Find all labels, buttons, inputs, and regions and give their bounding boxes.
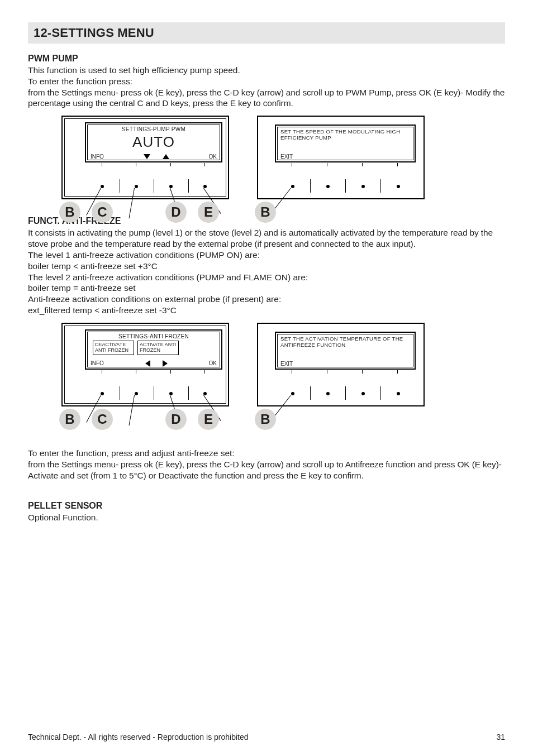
callout-c: C <box>92 409 113 430</box>
af-text-2: The level 1 anti-freeze activation condi… <box>28 250 505 261</box>
hw-button[interactable] <box>361 392 365 395</box>
letter-callouts: B <box>255 202 276 223</box>
button-row <box>275 185 416 188</box>
info-frame: SET THE ACTIVATION TEMPERATURE OF THE AN… <box>257 323 425 406</box>
info-frame: SET THE SPEED OF THE MODULATING HIGH EFF… <box>257 116 425 199</box>
device-frame: SETTINGS-PUMP PWM AUTO INFO OK <box>61 116 229 199</box>
callout-b: B <box>255 409 276 430</box>
arrow-down-icon <box>144 154 150 159</box>
hw-button-b[interactable] <box>291 392 294 395</box>
screen-options: DEACTIVATE ANTI FROZEN ACTIVATE ANTI FRO… <box>93 341 215 355</box>
screen-title: SETTINGS-PUMP PWM <box>86 126 221 132</box>
button-row <box>85 392 222 395</box>
ok-label: OK <box>209 154 217 160</box>
callout-c: C <box>92 202 113 223</box>
arrow-up-icon <box>163 154 169 159</box>
callout-e: E <box>198 409 219 430</box>
arrow-right-icon <box>163 360 168 367</box>
af-text-4: The level 2 anti-freeze activation condi… <box>28 272 505 283</box>
hw-button[interactable] <box>326 185 330 188</box>
af-text-5: boiler temp = anti-freeze set <box>28 283 505 294</box>
letter-callouts: B C D E <box>59 202 219 223</box>
hw-button-e[interactable] <box>203 392 207 395</box>
info-message: SET THE SPEED OF THE MODULATING HIGH EFF… <box>280 129 410 141</box>
hw-button-c[interactable] <box>135 392 138 395</box>
callout-e: E <box>198 202 219 223</box>
screen-footer: INFO OK <box>91 360 217 367</box>
callout-b: B <box>59 202 80 223</box>
hw-button-b[interactable] <box>291 185 294 188</box>
pwm-device-panel: SETTINGS-PUMP PWM AUTO INFO OK <box>28 116 218 199</box>
page-title: 12-SETTINGS MENU <box>34 26 499 40</box>
device-frame: SETTINGS-ANTI FROZEN DEACTIVATE ANTI FRO… <box>61 323 229 406</box>
exit-label: EXIT <box>280 154 293 160</box>
info-label: INFO <box>91 360 104 366</box>
af-info-panel: SET THE ACTIVATION TEMPERATURE OF THE AN… <box>257 323 447 406</box>
pwm-text-2: To enter the function press: <box>28 76 505 87</box>
hw-button[interactable] <box>397 392 400 395</box>
callout-b: B <box>59 409 80 430</box>
button-row <box>275 392 416 395</box>
pellet-heading: PELLET SENSOR <box>28 501 505 511</box>
device-screen: SETTINGS-PUMP PWM AUTO INFO OK <box>85 122 222 162</box>
pwm-text-1: This function is used to set high effici… <box>28 65 505 76</box>
hw-button[interactable] <box>326 392 330 395</box>
af-text-6: Anti-freeze activation conditions on ext… <box>28 294 505 305</box>
pwm-diagram-row: SETTINGS-PUMP PWM AUTO INFO OK <box>28 116 505 199</box>
hw-button[interactable] <box>397 185 400 188</box>
screen-value: AUTO <box>86 133 221 151</box>
info-screen: SET THE SPEED OF THE MODULATING HIGH EFF… <box>275 125 416 162</box>
exit-label: EXIT <box>280 361 293 367</box>
option-deactivate: DEACTIVATE ANTI FROZEN <box>93 341 134 355</box>
info-screen: SET THE ACTIVATION TEMPERATURE OF THE AN… <box>275 332 416 370</box>
letter-callouts: B C D E <box>59 409 219 430</box>
hw-button-b[interactable] <box>101 392 104 395</box>
tick-row <box>85 370 222 375</box>
af-text-3: boiler temp < anti-freeze set +3°C <box>28 261 505 272</box>
info-message: SET THE ACTIVATION TEMPERATURE OF THE AN… <box>280 336 410 348</box>
pwm-text-3: from the Settings menu- press ok (E key)… <box>28 87 505 109</box>
footer-left: Technical Dept. - All rights reserved - … <box>28 733 249 741</box>
tick-row <box>275 370 416 375</box>
callout-d: D <box>165 202 187 223</box>
callout-b: B <box>255 202 276 223</box>
footer: Technical Dept. - All rights reserved - … <box>28 733 505 741</box>
af-post-2: from the Settings menu- press ok (E key)… <box>28 459 505 481</box>
option-activate: ACTIVATE ANTI FROZEN <box>137 341 179 355</box>
hw-button[interactable] <box>361 185 365 188</box>
screen-footer: INFO OK <box>91 154 217 160</box>
pwm-heading: PWM PUMP <box>28 54 505 64</box>
button-row <box>85 185 222 188</box>
af-device-panel: SETTINGS-ANTI FROZEN DEACTIVATE ANTI FRO… <box>28 323 218 406</box>
callout-d: D <box>165 409 187 430</box>
arrow-left-icon <box>145 360 150 367</box>
tick-row <box>85 163 222 168</box>
af-post-1: To enter the function, press and adjust … <box>28 448 505 459</box>
ok-label: OK <box>209 360 217 366</box>
device-screen: SETTINGS-ANTI FROZEN DEACTIVATE ANTI FRO… <box>85 329 222 370</box>
af-text-7: ext_filtered temp < anti-freeze set -3°C <box>28 305 505 316</box>
af-diagram-row: SETTINGS-ANTI FROZEN DEACTIVATE ANTI FRO… <box>28 323 505 406</box>
pwm-info-panel: SET THE SPEED OF THE MODULATING HIGH EFF… <box>257 116 447 199</box>
info-label: INFO <box>91 154 104 160</box>
letter-callouts: B <box>255 409 276 430</box>
page-number: 31 <box>496 733 505 741</box>
page: 12-SETTINGS MENU PWM PUMP This function … <box>0 0 533 756</box>
af-text-1: It consists in activating the pump (leve… <box>28 227 505 250</box>
title-bar: 12-SETTINGS MENU <box>28 22 505 44</box>
tick-row <box>275 163 416 168</box>
pellet-text: Optional Function. <box>28 512 505 523</box>
screen-title: SETTINGS-ANTI FROZEN <box>86 333 221 339</box>
hw-button-c[interactable] <box>135 185 138 188</box>
